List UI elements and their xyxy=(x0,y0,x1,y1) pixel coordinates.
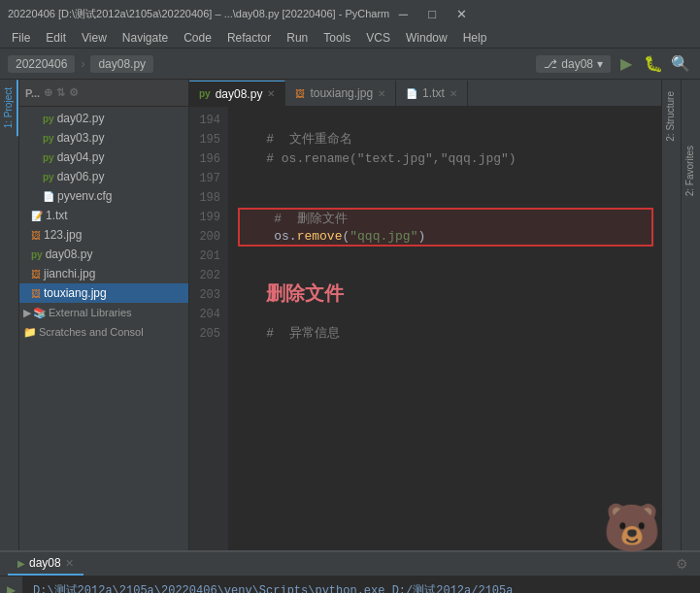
cartoon-character: 🐻 xyxy=(603,522,661,540)
toolbar: 20220406 › day08.py ⎇ day08 ▾ ▶ 🐛 🔍 xyxy=(0,49,700,80)
tree-item-123jpg[interactable]: 🖼 123.jpg xyxy=(19,225,188,245)
run-gear-icon[interactable]: ⚙ xyxy=(672,552,692,576)
txt-icon: 📝 xyxy=(31,211,43,221)
favorites-tab-btn[interactable]: 2: Favorites xyxy=(682,138,700,204)
editor-area: py day08.py ✕ 🖼 touxiang.jpg ✕ 📄 1.txt ✕… xyxy=(189,80,661,550)
minimize-button[interactable]: ─ xyxy=(389,3,417,24)
tree-item-day04[interactable]: py day04.py xyxy=(19,148,188,167)
tab-bar: py day08.py ✕ 🖼 touxiang.jpg ✕ 📄 1.txt ✕ xyxy=(189,80,661,107)
breadcrumb-project[interactable]: 20220406 xyxy=(8,55,75,73)
favorites-tab: 2: Favorites xyxy=(681,80,700,550)
menu-bar: File Edit View Navigate Code Refactor Ru… xyxy=(0,27,700,49)
structure-tab[interactable]: 2: Structure xyxy=(662,83,681,149)
title-text: 20220406 [D:\测试2012a\2105a\20220406] – .… xyxy=(8,7,389,21)
line-numbers: 194 195 196 197 198 199 200 201 202 203 … xyxy=(189,107,228,550)
py-icon: py xyxy=(43,133,54,144)
run-output-text: D:\测试2012a\2105a\20220406\venv\Scripts\p… xyxy=(23,577,700,593)
tree-external-libs[interactable]: ▶ 📚 External Libraries xyxy=(19,303,188,322)
run-tab-day08[interactable]: ▶ day08 ✕ xyxy=(8,552,83,576)
git-branch[interactable]: ⎇ day08 ▾ xyxy=(536,55,611,73)
jpg-tab-icon: 🖼 xyxy=(295,88,305,99)
project-panel: P... ⊕ ⇅ ⚙ py day02.py py day03.py py da… xyxy=(19,80,189,550)
py-icon: py xyxy=(43,114,54,124)
txt-tab-icon: 📄 xyxy=(406,88,417,99)
code-line-202 xyxy=(236,266,653,285)
project-label: P... xyxy=(25,87,40,99)
maximize-button[interactable]: □ xyxy=(418,3,446,24)
menu-edit[interactable]: Edit xyxy=(38,29,74,47)
menu-refactor[interactable]: Refactor xyxy=(219,29,279,47)
jpg-icon: 🖼 xyxy=(31,269,41,280)
run-path-line: D:\测试2012a\2105a\20220406\venv\Scripts\p… xyxy=(33,582,690,593)
run-controls: ▶ ▲ ↑ ↓ ≡ ⊞ 🗑 xyxy=(0,577,23,593)
tab-day08py[interactable]: py day08.py ✕ xyxy=(189,81,285,106)
py-icon: py xyxy=(31,249,43,260)
search-button[interactable]: 🔍 xyxy=(669,52,692,76)
code-line-205: # 异常信息 xyxy=(236,324,653,344)
tab-close-1txt[interactable]: ✕ xyxy=(450,88,457,99)
py-tab-icon: py xyxy=(199,88,211,99)
debug-button[interactable]: 🐛 xyxy=(642,52,665,76)
main-area: 1: Project P... ⊕ ⇅ ⚙ py day02.py py day… xyxy=(0,80,700,550)
code-line-198 xyxy=(236,188,653,208)
title-bar: 20220406 [D:\测试2012a\2105a\20220406] – .… xyxy=(0,0,700,27)
tree-scratches[interactable]: 📁 Scratches and Consol xyxy=(19,322,188,342)
tab-touxiangjpg[interactable]: 🖼 touxiang.jpg ✕ xyxy=(285,81,396,106)
breadcrumb-file[interactable]: day08.py xyxy=(90,55,153,73)
code-line-195: # 文件重命名 xyxy=(236,130,653,149)
close-button[interactable]: ✕ xyxy=(448,3,475,24)
tab-close-touxiang[interactable]: ✕ xyxy=(378,88,385,99)
menu-file[interactable]: File xyxy=(4,29,38,47)
tab-close-day08[interactable]: ✕ xyxy=(267,88,275,99)
branch-dropdown-icon: ▾ xyxy=(597,57,603,71)
code-line-199: # 删除文件 xyxy=(238,208,653,227)
code-line-203: 删除文件 xyxy=(236,285,653,305)
tab-1txt[interactable]: 📄 1.txt ✕ xyxy=(396,81,468,106)
run-icon: ▶ xyxy=(17,558,25,569)
code-line-197 xyxy=(236,169,653,188)
menu-window[interactable]: Window xyxy=(398,29,455,47)
branch-name: day08 xyxy=(561,57,593,71)
right-structure-tab: 2: Structure xyxy=(661,80,681,550)
code-line-204 xyxy=(236,305,653,324)
menu-vcs[interactable]: VCS xyxy=(358,29,398,47)
tree-item-day03[interactable]: py day03.py xyxy=(19,128,188,148)
project-header: P... ⊕ ⇅ ⚙ xyxy=(19,80,188,107)
run-output: ▶ ▲ ↑ ↓ ≡ ⊞ 🗑 D:\测试2012a\2105a\20220406\… xyxy=(0,577,700,593)
tree-item-jianchi[interactable]: 🖼 jianchi.jpg xyxy=(19,264,188,283)
code-content[interactable]: # 文件重命名 # os.rename("text.jpg","qqq.jpg"… xyxy=(228,107,661,550)
project-icon1[interactable]: ⊕ xyxy=(44,86,52,99)
side-tabs-left: 1: Project xyxy=(0,80,19,550)
branch-icon: ⎇ xyxy=(544,57,557,71)
run-tab-close[interactable]: ✕ xyxy=(65,557,74,570)
code-editor[interactable]: 194 195 196 197 198 199 200 201 202 203 … xyxy=(189,107,661,550)
run-tab-label: day08 xyxy=(29,556,61,570)
py-icon: py xyxy=(43,172,54,182)
menu-view[interactable]: View xyxy=(74,29,115,47)
code-line-201 xyxy=(236,247,653,266)
menu-navigate[interactable]: Navigate xyxy=(115,29,176,47)
cfg-icon: 📄 xyxy=(43,191,54,202)
code-line-196: # os.rename("text.jpg","qqq.jpg") xyxy=(236,149,653,169)
menu-help[interactable]: Help xyxy=(455,29,495,47)
jpg-icon: 🖼 xyxy=(31,230,41,241)
project-tab[interactable]: 1: Project xyxy=(0,80,18,136)
project-tree: py day02.py py day03.py py day04.py py d… xyxy=(19,107,188,550)
menu-code[interactable]: Code xyxy=(176,29,219,47)
jpg-icon: 🖼 xyxy=(31,288,41,299)
tree-item-day08[interactable]: py day08.py xyxy=(19,245,188,264)
code-line-194 xyxy=(236,111,653,130)
run-button[interactable]: ▶ xyxy=(615,52,638,76)
tree-item-day06[interactable]: py day06.py xyxy=(19,167,188,186)
menu-run[interactable]: Run xyxy=(279,29,316,47)
py-icon: py xyxy=(43,152,54,163)
bottom-panel: ▶ day08 ✕ ⚙ ▶ ▲ ↑ ↓ ≡ ⊞ 🗑 D:\测试2012a\210… xyxy=(0,550,700,593)
tree-item-1txt[interactable]: 📝 1.txt xyxy=(19,206,188,225)
project-icon2[interactable]: ⇅ xyxy=(56,86,65,99)
menu-tools[interactable]: Tools xyxy=(316,29,358,47)
tree-item-pyvenv[interactable]: 📄 pyvenv.cfg xyxy=(19,186,188,206)
tree-item-day02[interactable]: py day02.py xyxy=(19,109,188,128)
tree-item-touxiang[interactable]: 🖼 touxiang.jpg xyxy=(19,283,188,303)
run-restart-button[interactable]: ▶ xyxy=(0,580,21,593)
project-settings-icon[interactable]: ⚙ xyxy=(69,86,79,99)
